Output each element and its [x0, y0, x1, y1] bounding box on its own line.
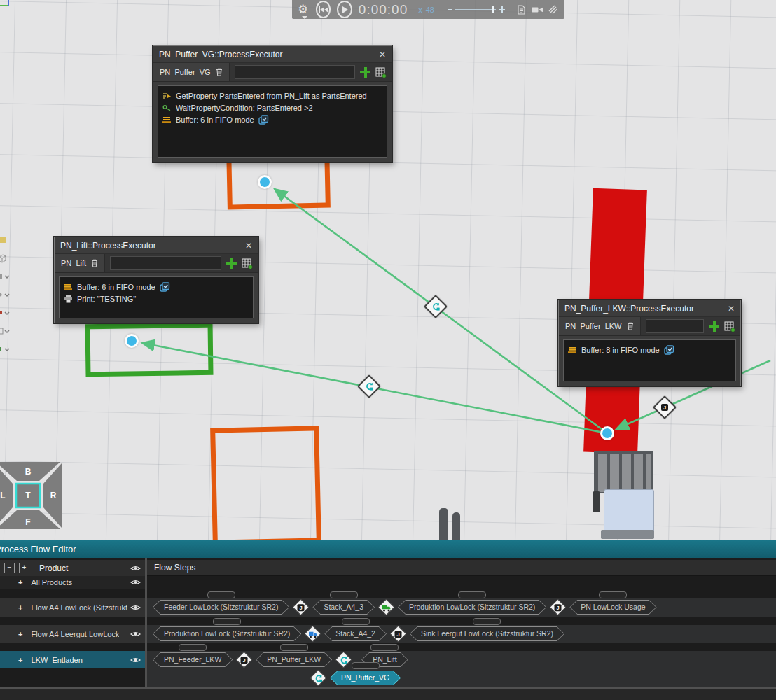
tool-dropdown-icon[interactable] — [0, 267, 11, 286]
product-row[interactable]: +All Products — [0, 576, 145, 589]
slider-track[interactable] — [455, 9, 496, 10]
flow-node[interactable]: PN_Puffer_LKW — [256, 652, 332, 667]
checkbox-copy-icon[interactable] — [258, 115, 269, 125]
reset-simulation-button[interactable] — [316, 1, 331, 18]
flow-node[interactable]: Produktion LowLock (Sitzstruktur SR2) — [153, 626, 301, 641]
trash-icon[interactable] — [627, 322, 634, 330]
expand-all-button[interactable]: + — [19, 563, 29, 573]
expander-icon[interactable]: + — [18, 630, 22, 638]
flow-editor-titlebar[interactable]: Process Flow Editor — [0, 540, 776, 559]
statement-palette-icon[interactable] — [375, 67, 387, 78]
slider-minus-icon[interactable] — [448, 9, 452, 10]
statement-palette-icon[interactable] — [242, 258, 253, 269]
flow-lane-pill[interactable] — [599, 592, 627, 598]
process-tab[interactable]: PN_Lift — [55, 254, 105, 272]
add-statement-icon[interactable] — [360, 67, 370, 78]
tool-dropdown-icon[interactable] — [0, 304, 11, 322]
flow-node-marker[interactable] — [258, 175, 272, 189]
flow-lane-pill[interactable] — [207, 592, 235, 598]
flow-node[interactable]: PN LowLock Usage — [569, 600, 656, 615]
truck-chassis[interactable] — [594, 451, 653, 493]
report-export-icon[interactable] — [515, 5, 527, 15]
statement-field[interactable] — [235, 65, 355, 79]
truck-cab[interactable] — [604, 489, 654, 534]
speed-slider[interactable] — [448, 6, 505, 13]
add-statement-icon[interactable] — [709, 321, 719, 332]
checkbox-copy-icon[interactable] — [160, 282, 170, 292]
expander-icon[interactable]: + — [18, 578, 22, 587]
flow-node[interactable]: Produktion LowLock (Sitzstruktur SR2) — [398, 600, 546, 615]
expander-icon[interactable]: + — [18, 656, 22, 664]
transport-link-icon-green[interactable] — [378, 598, 395, 615]
flow-lane-pill[interactable] — [330, 592, 358, 598]
slider-plus-icon[interactable] — [499, 6, 505, 13]
flow-link-icon-cyan[interactable] — [335, 651, 352, 668]
visibility-eye-icon[interactable] — [130, 630, 141, 638]
flow-lane-pill[interactable] — [458, 592, 486, 598]
statement-row[interactable]: Buffer: 6 in FIFO mode — [64, 281, 249, 293]
view-navigation-cube[interactable]: B L T R F — [0, 462, 62, 529]
flow-node-marker[interactable] — [125, 334, 139, 348]
transport-link-icon-dark[interactable]: J — [236, 651, 253, 668]
process-tab[interactable]: PN_Puffer_VG — [153, 63, 230, 81]
play-simulation-button[interactable] — [337, 1, 352, 18]
flow-lane-pill[interactable] — [213, 618, 241, 625]
trash-icon[interactable] — [216, 68, 223, 76]
flow-lane-pill[interactable] — [342, 618, 370, 625]
checkbox-copy-icon[interactable] — [664, 345, 674, 355]
viewport-3d[interactable]: J B L T R F ⚙ 0:00:00 — [0, 0, 776, 540]
statement-field[interactable] — [110, 256, 221, 270]
record-video-icon[interactable] — [532, 5, 543, 15]
process-executor-panel-pn-puffer-vg[interactable]: PN_Puffer_VG::ProcessExecutor PN_Puffer_… — [153, 46, 392, 162]
flow-node[interactable]: Sink Leergut LowLock (Sitzstruktur SR2) — [410, 626, 564, 641]
flow-lane-pill[interactable] — [370, 644, 399, 651]
flow-lane-pill[interactable] — [179, 644, 207, 651]
connectivity-icon[interactable] — [548, 5, 559, 15]
flow-node[interactable]: Feeder LowLock (Sitzstruktur SR2) — [153, 600, 289, 615]
column-divider[interactable] — [145, 558, 147, 700]
transport-link-icon-dark[interactable]: J — [550, 598, 567, 615]
panel-titlebar[interactable]: PN_Lift::ProcessExecutor — [55, 237, 258, 254]
panel-titlebar[interactable]: PN_Puffer_LKW::ProcessExecutor — [559, 300, 740, 317]
simulation-settings-button[interactable]: ⚙ — [298, 1, 310, 18]
process-executor-panel-pn-puffer-lkw[interactable]: PN_Puffer_LKW::ProcessExecutor PN_Puffer… — [558, 300, 741, 386]
flow-lane-pill[interactable] — [352, 662, 380, 669]
viewport-side-toolbar[interactable] — [0, 231, 11, 358]
visibility-eye-icon[interactable] — [130, 604, 141, 612]
process-executor-panel-pn-lift[interactable]: PN_Lift::ProcessExecutor PN_Lift Buffer:… — [54, 237, 258, 323]
transport-link-icon-dark[interactable]: J — [389, 625, 406, 642]
statement-row[interactable]: WaitPropertyCondition: PartsEntered >2 — [162, 102, 382, 113]
transport-link-icon-dark[interactable]: J — [293, 598, 310, 615]
expander-icon[interactable]: + — [18, 603, 22, 612]
process-area-green[interactable] — [85, 323, 213, 377]
product-row[interactable]: +Flow A4 Leergut LowLock — [0, 625, 145, 643]
visibility-eye-icon[interactable] — [130, 656, 141, 664]
panel-titlebar[interactable]: PN_Puffer_VG::ProcessExecutor — [153, 46, 392, 63]
add-statement-icon[interactable] — [226, 258, 237, 269]
flow-lane-pill[interactable] — [280, 644, 308, 651]
close-icon[interactable] — [728, 304, 735, 314]
flow-lane-pill[interactable] — [473, 618, 501, 625]
flow-node[interactable]: PN_Puffer_VG — [330, 671, 401, 685]
statement-field[interactable] — [646, 319, 704, 333]
product-row[interactable]: +Flow A4 LowLock (Sitzstruktur SR2) — [0, 598, 145, 617]
collapse-all-button[interactable]: − — [4, 563, 15, 573]
visibility-eye-icon[interactable] — [130, 579, 141, 587]
product-row[interactable]: +LKW_Entladen — [0, 651, 145, 668]
flow-link-icon-cyan[interactable] — [310, 669, 326, 686]
layers-icon[interactable] — [0, 231, 11, 249]
close-icon[interactable] — [245, 241, 252, 251]
slider-handle[interactable] — [492, 6, 494, 13]
tool-dropdown-icon[interactable] — [0, 340, 11, 358]
process-area-orange-bottom[interactable] — [210, 426, 321, 540]
statement-palette-icon[interactable] — [724, 321, 735, 332]
statement-row[interactable]: Buffer: 6 in FIFO mode — [162, 113, 382, 125]
flow-node-marker[interactable] — [600, 426, 614, 440]
tool-dropdown-icon[interactable] — [0, 322, 11, 340]
transport-link-icon-blue[interactable] — [305, 625, 321, 642]
cube-tool-icon[interactable] — [0, 249, 11, 267]
flow-node[interactable]: Stack_A4_2 — [324, 626, 387, 641]
tool-dropdown-icon[interactable] — [0, 286, 11, 304]
flow-node[interactable]: Stack_A4_3 — [312, 600, 375, 615]
process-tab[interactable]: PN_Puffer_LKW — [559, 317, 641, 335]
